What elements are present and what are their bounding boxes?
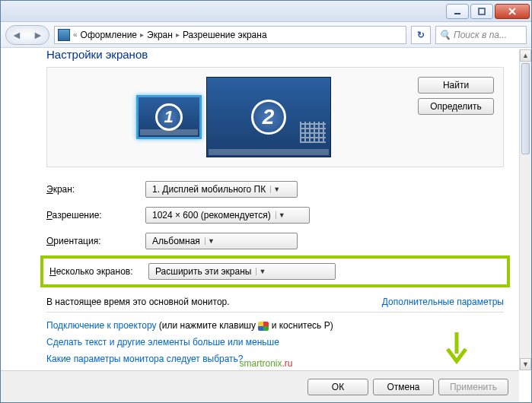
help-row: Какие параметры монитора следует выбрать xyxy=(46,354,504,364)
ok-button[interactable]: ОК xyxy=(307,379,368,395)
screen-dropdown[interactable]: 1. Дисплей мобильного ПК▼ xyxy=(145,181,298,198)
breadcrumb-item[interactable]: Оформление xyxy=(81,30,137,40)
svg-rect-1 xyxy=(479,8,485,14)
maximize-button[interactable] xyxy=(470,4,493,19)
toolbar: ◄ ► « Оформление ▸ Экран ▸ Разрешение эк… xyxy=(1,22,531,48)
monitor-1[interactable]: 1 xyxy=(136,95,202,139)
scroll-thumb[interactable] xyxy=(521,63,530,154)
cancel-button[interactable]: Отмена xyxy=(373,379,434,395)
textsize-link[interactable]: Сделать текст и другие элементы больше и… xyxy=(46,337,279,347)
control-panel-icon xyxy=(58,29,70,41)
taskbar-icon xyxy=(140,129,198,135)
projector-row: Подключение к проектору (или нажмите кла… xyxy=(46,320,504,331)
minimize-button[interactable] xyxy=(446,4,469,19)
breadcrumb-item[interactable]: Разрешение экрана xyxy=(183,30,267,40)
chevron-down-icon: ▼ xyxy=(270,186,282,193)
row-multi: Несколько экранов: Расширить эти экраны▼ xyxy=(49,263,501,280)
refresh-button[interactable]: ↻ xyxy=(411,26,431,44)
status-row: В настоящее время это основной монитор. … xyxy=(46,297,504,307)
monitor-number: 1 xyxy=(155,103,183,131)
breadcrumb-item[interactable]: Экран xyxy=(147,30,173,40)
row-resolution: Разрешение: 1024 × 600 (рекомендуется)▼ xyxy=(46,207,504,224)
window: ◄ ► « Оформление ▸ Экран ▸ Разрешение эк… xyxy=(0,0,532,403)
highlight-annotation: Несколько экранов: Расширить эти экраны▼ xyxy=(40,255,510,287)
monitor-number: 2 xyxy=(251,100,286,135)
page-title: Настройки экранов xyxy=(46,49,504,61)
scroll-down-button[interactable]: ▼ xyxy=(520,358,531,370)
scroll-up-button[interactable]: ▲ xyxy=(520,49,531,62)
label-resolution: Разрешение: xyxy=(46,210,145,221)
footer: ОК Отмена Применить xyxy=(1,370,519,402)
identify-button[interactable]: Определить xyxy=(418,98,494,115)
multi-dropdown[interactable]: Расширить эти экраны▼ xyxy=(148,263,336,280)
textsize-row: Сделать текст и другие элементы больше и… xyxy=(46,337,504,347)
chevron-right-icon: ▸ xyxy=(140,30,144,39)
forward-icon: ► xyxy=(33,29,43,41)
status-text: В настоящее время это основной монитор. xyxy=(46,297,230,307)
projector-link[interactable]: Подключение к проектору xyxy=(46,320,157,331)
row-screen: Экран: 1. Дисплей мобильного ПК▼ xyxy=(46,181,504,198)
grid-icon xyxy=(300,122,326,143)
search-input[interactable]: 🔍 Поиск в па... xyxy=(435,26,527,44)
monitor-layout[interactable]: 1 2 xyxy=(56,77,410,157)
chevron-right-icon: ▸ xyxy=(176,30,180,39)
titlebar xyxy=(1,1,531,22)
back-icon: ◄ xyxy=(11,29,22,41)
preview-buttons: Найти Определить xyxy=(418,77,494,157)
close-button[interactable] xyxy=(495,4,530,19)
chevron-left-icon: « xyxy=(73,30,78,39)
divider xyxy=(46,312,504,313)
row-orientation: Ориентация: Альбомная▼ xyxy=(46,233,504,249)
arrow-annotation xyxy=(443,331,470,366)
find-button[interactable]: Найти xyxy=(418,77,494,94)
label-orientation: Ориентация: xyxy=(46,236,145,246)
chevron-down-icon: ▼ xyxy=(205,237,217,245)
monitor-2[interactable]: 2 xyxy=(206,77,331,157)
resolution-dropdown[interactable]: 1024 × 600 (рекомендуется)▼ xyxy=(145,207,310,224)
help-link[interactable]: Какие параметры монитора следует выбрать xyxy=(46,354,244,364)
nav-back-forward[interactable]: ◄ ► xyxy=(5,25,49,45)
address-bar[interactable]: « Оформление ▸ Экран ▸ Разрешение экрана xyxy=(54,26,406,44)
scroll-track[interactable] xyxy=(520,62,531,358)
content-area: Настройки экранов 1 2 Найти Определить Э… xyxy=(1,49,519,370)
search-placeholder: Поиск в па... xyxy=(454,30,507,40)
advanced-link[interactable]: Дополнительные параметры xyxy=(382,297,504,307)
chevron-down-icon: ▼ xyxy=(256,268,268,275)
taskbar-icon xyxy=(209,149,329,155)
label-multi: Несколько экранов: xyxy=(49,266,148,277)
vertical-scrollbar[interactable]: ▲ ▼ xyxy=(519,49,531,370)
orientation-dropdown[interactable]: Альбомная▼ xyxy=(145,233,298,249)
display-preview: 1 2 Найти Определить xyxy=(46,67,504,167)
label-screen: Экран: xyxy=(46,184,145,195)
search-icon: 🔍 xyxy=(439,30,451,40)
refresh-icon: ↻ xyxy=(417,30,425,40)
chevron-down-icon: ▼ xyxy=(276,211,288,219)
apply-button[interactable]: Применить xyxy=(438,379,508,395)
windows-key-icon xyxy=(258,322,269,331)
